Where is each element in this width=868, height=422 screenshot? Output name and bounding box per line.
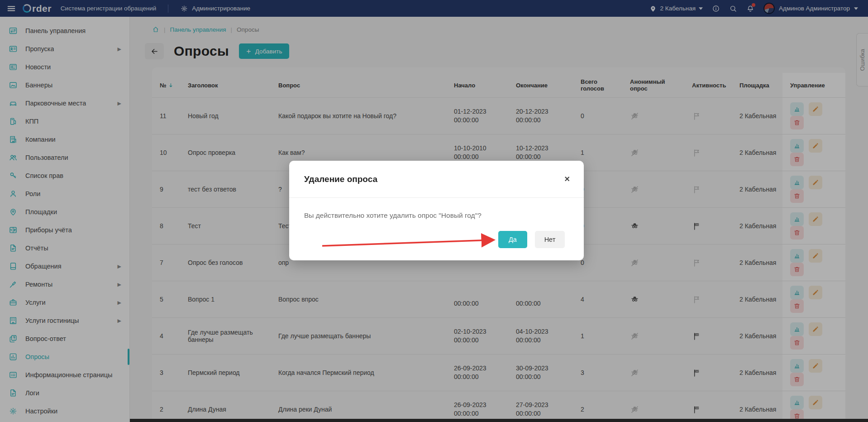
modal-message: Вы действительно хотите удалить опрос "Н… — [289, 198, 584, 220]
close-icon[interactable]: ✕ — [564, 176, 570, 183]
modal-title: Удаление опроса — [304, 174, 377, 184]
confirm-no-button[interactable]: Нет — [535, 231, 565, 248]
delete-poll-modal: Удаление опроса ✕ Вы действительно хотит… — [289, 161, 584, 260]
confirm-yes-button[interactable]: Да — [498, 231, 527, 248]
